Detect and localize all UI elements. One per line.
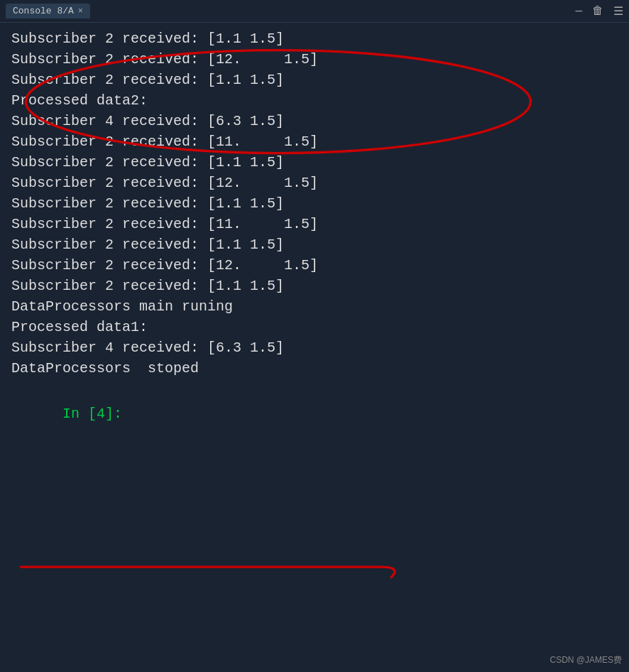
console-line: Subscriber 2 received: [1.1 1.5] [11, 193, 618, 214]
console-line: Subscriber 2 received: [1.1 1.5] [11, 28, 618, 49]
console-lines-container: Subscriber 2 received: [1.1 1.5]Subscrib… [11, 28, 618, 379]
console-line: Subscriber 2 received: [11. 1.5] [11, 214, 618, 234]
console-line: Subscriber 2 received: [1.1 1.5] [11, 276, 618, 296]
title-icons: — 🗑 ☰ [575, 4, 623, 18]
console-line: Subscriber 4 received: [6.3 1.5] [11, 337, 618, 358]
trash-icon[interactable]: 🗑 [592, 4, 603, 18]
console-line: Processed data2: [11, 90, 618, 111]
console-line: Subscriber 2 received: [1.1 1.5] [11, 152, 618, 173]
tab-label: Console 8/A [13, 6, 74, 16]
tab-close-button[interactable]: × [78, 6, 83, 16]
console-line: Processed data1: [11, 317, 618, 337]
console-line: Subscriber 2 received: [11. 1.5] [11, 131, 618, 152]
title-tab[interactable]: Console 8/A × [6, 4, 90, 18]
minimize-icon[interactable]: — [575, 5, 582, 18]
console-line: DataProcessors main runing [11, 296, 618, 317]
console-line: Subscriber 2 received: [12. 1.5] [11, 173, 618, 193]
console-line: Subscriber 4 received: [6.3 1.5] [11, 111, 618, 131]
menu-icon[interactable]: ☰ [613, 4, 623, 18]
console-line: Subscriber 2 received: [12. 1.5] [11, 255, 618, 276]
title-bar: Console 8/A × — 🗑 ☰ [0, 0, 629, 23]
prompt-text: In [4]: [62, 406, 122, 422]
window-container: Console 8/A × — 🗑 ☰ Subscriber 2 receive… [0, 0, 629, 672]
console-body: Subscriber 2 received: [1.1 1.5]Subscrib… [0, 23, 629, 672]
console-line: DataProcessors stoped [11, 358, 618, 379]
watermark: CSDN @JAMES费 [549, 654, 622, 666]
console-line: Subscriber 2 received: [1.1 1.5] [11, 70, 618, 90]
console-line: Subscriber 2 received: [12. 1.5] [11, 49, 618, 70]
prompt-line: In [4]: [11, 383, 618, 445]
console-line: Subscriber 2 received: [1.1 1.5] [11, 234, 618, 255]
